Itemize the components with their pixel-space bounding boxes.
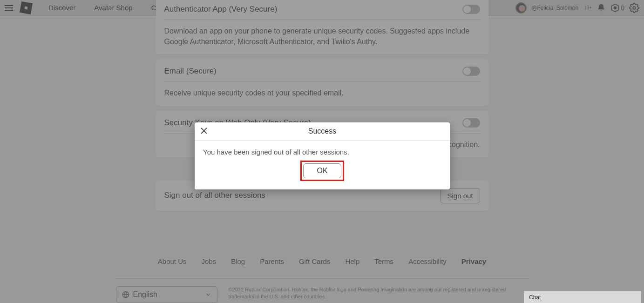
chat-widget[interactable]: Chat [524,291,641,303]
success-modal: Success You have been signed out of all … [195,122,450,189]
ok-highlight: OK [300,161,344,181]
modal-title: Success [308,127,336,135]
modal-message: You have been signed out of all other se… [195,141,450,158]
chat-label: Chat [529,294,541,301]
close-icon[interactable] [199,126,210,136]
ok-button[interactable]: OK [303,163,341,178]
